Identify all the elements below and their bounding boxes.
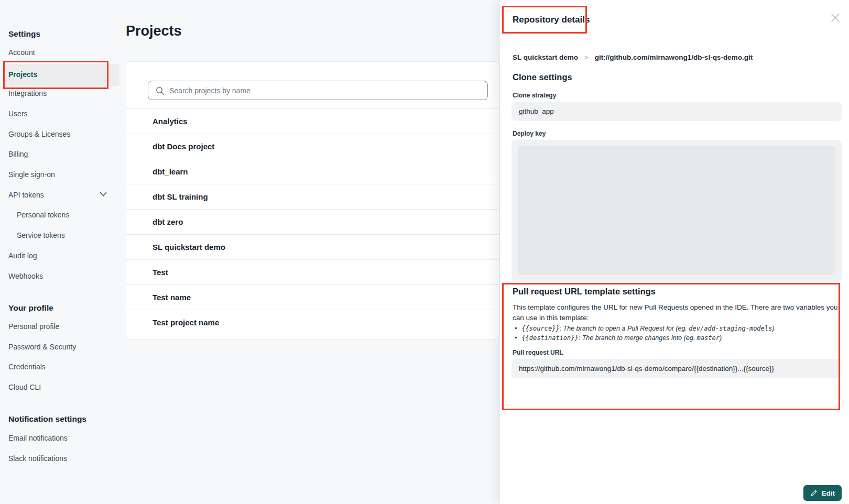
- deploy-key-label: Deploy key: [513, 130, 546, 137]
- sidebar-heading-notification-settings: Notification settings: [8, 414, 86, 424]
- breadcrumb: SL quickstart demo > git://github.com/mi…: [513, 53, 753, 61]
- sidebar-item-webhooks[interactable]: Webhooks: [8, 272, 43, 280]
- page-title: Projects: [126, 23, 182, 39]
- pencil-icon: [810, 489, 818, 497]
- sidebar-item-groups-licenses[interactable]: Groups & Licenses: [8, 130, 70, 138]
- sidebar-item-email-notifications[interactable]: Email notifications: [8, 434, 68, 442]
- deploy-key-redacted-content: [518, 146, 835, 275]
- pull-request-variable-list: {{source}}: The branch to open a Pull Re…: [515, 324, 834, 343]
- sidebar-item-cloud-cli[interactable]: Cloud CLI: [8, 383, 41, 391]
- project-search: [148, 81, 488, 100]
- project-row[interactable]: Test name: [126, 284, 499, 310]
- project-row[interactable]: dbt SL training: [126, 184, 499, 209]
- sidebar-item-password-security[interactable]: Password & Security: [8, 343, 76, 351]
- projects-card: Analytics dbt Docs project dbt_learn dbt…: [126, 61, 499, 339]
- sidebar-item-credentials[interactable]: Credentials: [8, 363, 46, 371]
- variable-item-destination: {{destination}}: The branch to merge cha…: [515, 334, 834, 342]
- sidebar-item-personal-profile[interactable]: Personal profile: [8, 322, 59, 331]
- repository-details-panel: Repository details SL quickstart demo > …: [500, 0, 849, 504]
- search-input[interactable]: [148, 81, 487, 100]
- sidebar-item-audit-log[interactable]: Audit log: [8, 251, 37, 260]
- sidebar-item-single-sign-on[interactable]: Single sign-on: [8, 170, 55, 179]
- project-row[interactable]: dbt_learn: [126, 159, 499, 184]
- breadcrumb-separator-icon: >: [584, 53, 589, 61]
- pull-request-url-label: Pull request URL: [513, 349, 563, 356]
- panel-title: Repository details: [513, 15, 590, 25]
- sidebar-item-personal-tokens[interactable]: Personal tokens: [17, 211, 69, 219]
- clone-strategy-label: Clone strategy: [513, 92, 556, 99]
- deploy-key-field: [511, 140, 842, 281]
- sidebar-item-api-tokens[interactable]: API tokens: [8, 191, 44, 199]
- pull-request-url-field: https://github.com/mirnawong1/db-sl-qs-d…: [511, 359, 842, 378]
- pull-request-settings-heading: Pull request URL template settings: [513, 287, 656, 297]
- project-row[interactable]: Test project name: [126, 310, 499, 335]
- sidebar-item-account[interactable]: Account: [8, 48, 35, 57]
- project-row[interactable]: Analytics: [126, 108, 499, 134]
- settings-sidebar: Settings Account Projects Integrations U…: [0, 0, 126, 504]
- breadcrumb-repo-url: git://github.com/mirnawong1/db-sl-qs-dem…: [595, 53, 753, 61]
- sidebar-item-service-tokens[interactable]: Service tokens: [17, 231, 65, 239]
- project-row[interactable]: dbt zero: [126, 209, 499, 234]
- sidebar-item-integrations[interactable]: Integrations: [8, 89, 47, 97]
- sidebar-item-billing[interactable]: Billing: [8, 150, 28, 158]
- project-row[interactable]: dbt Docs project: [126, 134, 499, 159]
- sidebar-item-users[interactable]: Users: [8, 109, 28, 118]
- edit-button-label: Edit: [822, 489, 835, 497]
- sidebar-heading-settings: Settings: [8, 29, 40, 39]
- sidebar-heading-your-profile: Your profile: [8, 303, 53, 313]
- clone-strategy-field: github_app: [511, 102, 842, 121]
- edit-button[interactable]: Edit: [803, 485, 842, 501]
- variable-item-source: {{source}}: The branch to open a Pull Re…: [515, 324, 834, 333]
- close-icon[interactable]: [830, 13, 841, 23]
- panel-footer: Edit: [500, 478, 849, 504]
- panel-header: Repository details: [500, 0, 849, 39]
- project-row[interactable]: SL quickstart demo: [126, 234, 499, 259]
- sidebar-item-projects-label: Projects: [8, 70, 37, 79]
- breadcrumb-project-name: SL quickstart demo: [513, 53, 578, 61]
- sidebar-item-slack-notifications[interactable]: Slack notifications: [8, 454, 67, 463]
- sidebar-item-projects[interactable]: Projects: [4, 64, 119, 86]
- chevron-down-icon[interactable]: [100, 192, 107, 197]
- clone-settings-heading: Clone settings: [513, 72, 572, 82]
- project-row[interactable]: Test: [126, 259, 499, 284]
- project-list: Analytics dbt Docs project dbt_learn dbt…: [126, 108, 499, 335]
- pull-request-description: This template configures the URL for new…: [513, 302, 840, 323]
